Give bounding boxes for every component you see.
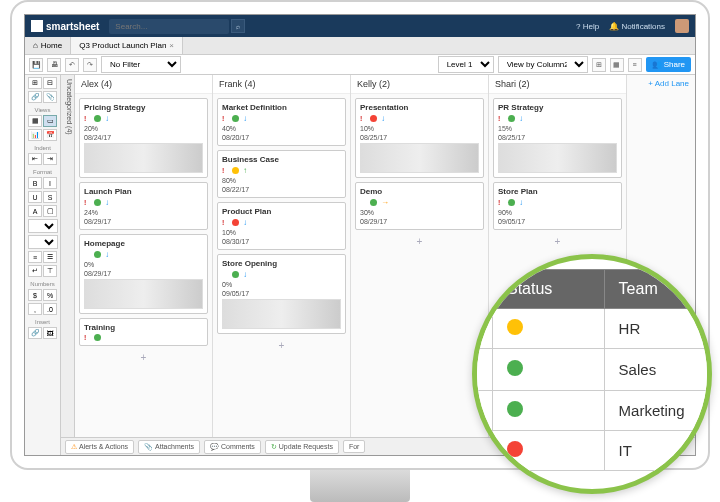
search-button[interactable]: ⌕ (231, 19, 245, 33)
priority-icon: ! (222, 115, 228, 122)
card-percent: 90% (498, 209, 617, 216)
align-left-button[interactable]: ≡ (28, 251, 42, 263)
grid-view-button[interactable]: ▦ (610, 58, 624, 72)
fill-color-button[interactable]: ▢ (43, 205, 57, 217)
attach-button[interactable]: 📎 (43, 91, 57, 103)
print-button[interactable]: 🖶 (47, 58, 61, 72)
zoom-status-cell (493, 309, 605, 349)
calendar-view-icon[interactable]: 📅 (43, 129, 57, 141)
lane-header[interactable]: Kelly (2) (351, 75, 488, 94)
size-select[interactable]: 8 (28, 235, 58, 249)
trend-arrow-icon: ↓ (105, 250, 109, 259)
trend-arrow-icon: ↓ (519, 114, 523, 123)
save-button[interactable]: 💾 (29, 58, 43, 72)
lane-header[interactable]: Alex (4) (75, 75, 212, 94)
card[interactable]: Business Case!↑80%08/22/17 (217, 150, 346, 198)
insert-label: Insert (27, 319, 58, 325)
filter-select[interactable]: No Filter (101, 56, 181, 73)
card-status-row: !↓ (498, 198, 617, 207)
insert-link-button[interactable]: 🔗 (28, 327, 42, 339)
card[interactable]: Pricing Strategy!↓20%08/24/17 (79, 98, 208, 178)
tab-home[interactable]: ⌂Home (25, 37, 71, 54)
card[interactable]: Store Opening↓0%09/05/17 (217, 254, 346, 334)
redo-button[interactable]: ↷ (83, 58, 97, 72)
attachments-button[interactable]: 📎Attachments (138, 440, 200, 454)
trend-arrow-icon: ↓ (519, 198, 523, 207)
card-settings-button[interactable]: ⊞ (592, 58, 606, 72)
insert-image-button[interactable]: 🖼 (43, 327, 57, 339)
level-select[interactable]: Level 1 (438, 56, 494, 73)
card[interactable]: Homepage↓0%08/29/17 (79, 234, 208, 314)
alerts-button[interactable]: ⚠Alerts & Actions (65, 440, 134, 454)
valign-button[interactable]: ⊤ (43, 265, 57, 277)
underline-button[interactable]: U (28, 191, 42, 203)
add-card-button[interactable]: + (355, 234, 484, 249)
uncategorized-lane[interactable]: Uncategorized (4) (61, 75, 75, 455)
help-icon: ? (576, 22, 580, 31)
add-card-button[interactable]: + (217, 338, 346, 353)
status-dot-icon (232, 167, 239, 174)
trend-arrow-icon: → (381, 198, 389, 207)
card-percent: 10% (360, 125, 479, 132)
brand-logo[interactable]: smartsheet (31, 20, 99, 32)
wrap-button[interactable]: ↵ (28, 265, 42, 277)
viewby-select[interactable]: View by Column2 (498, 56, 588, 73)
user-avatar[interactable] (675, 19, 689, 33)
card-view-icon[interactable]: ▭ (43, 115, 57, 127)
card-image (84, 279, 203, 309)
card[interactable]: Market Definition!↓40%08/20/17 (217, 98, 346, 146)
decimal-button[interactable]: .0 (43, 303, 57, 315)
outdent-button[interactable]: ⇤ (28, 153, 42, 165)
card[interactable]: Launch Plan!↓24%08/29/17 (79, 182, 208, 230)
percent-button[interactable]: % (43, 289, 57, 301)
gantt-view-icon[interactable]: 📊 (28, 129, 42, 141)
indent-button[interactable]: ⇥ (43, 153, 57, 165)
card[interactable]: PR Strategy!↓15%08/25/17 (493, 98, 622, 178)
link-button[interactable]: 🔗 (28, 91, 42, 103)
share-button[interactable]: 👥Share (646, 57, 691, 72)
forms-button[interactable]: For (343, 440, 366, 453)
people-icon: 👥 (652, 60, 662, 69)
lane-header[interactable]: Frank (4) (213, 75, 350, 94)
collapse-button[interactable]: ⊟ (43, 77, 57, 89)
add-card-button[interactable]: + (493, 234, 622, 249)
status-dot-icon (508, 199, 515, 206)
comma-button[interactable]: , (28, 303, 42, 315)
comments-button[interactable]: 💬Comments (204, 440, 261, 454)
italic-button[interactable]: I (43, 177, 57, 189)
top-navbar: smartsheet ⌕ ? Help 🔔 Notifications (25, 15, 695, 37)
card-image (360, 143, 479, 173)
undo-button[interactable]: ↶ (65, 58, 79, 72)
status-dot-icon (507, 441, 523, 457)
card[interactable]: Store Plan!↓90%09/05/17 (493, 182, 622, 230)
align-center-button[interactable]: ☰ (43, 251, 57, 263)
updates-button[interactable]: ↻Update Requests (265, 440, 339, 454)
card[interactable]: Training! (79, 318, 208, 346)
notifications-link[interactable]: 🔔 Notifications (609, 22, 665, 31)
font-select[interactable]: Arial (28, 219, 58, 233)
lane-header[interactable]: Shari (2) (489, 75, 626, 94)
card[interactable]: Product Plan!↓10%08/30/17 (217, 202, 346, 250)
currency-button[interactable]: $ (28, 289, 42, 301)
card-date: 08/29/17 (360, 218, 479, 225)
card[interactable]: Demo→30%08/29/17 (355, 182, 484, 230)
paperclip-icon: 📎 (144, 443, 153, 451)
search-input[interactable] (109, 19, 229, 34)
bell-icon: 🔔 (609, 22, 619, 31)
bold-button[interactable]: B (28, 177, 42, 189)
grid-view-icon[interactable]: ▦ (28, 115, 42, 127)
close-tab-icon[interactable]: × (169, 41, 174, 50)
zoom-team-cell: Sales (604, 349, 712, 391)
expand-button[interactable]: ⊞ (28, 77, 42, 89)
add-card-button[interactable]: + (79, 350, 208, 365)
help-link[interactable]: ? Help (576, 22, 599, 31)
compact-view-button[interactable]: ≡ (628, 58, 642, 72)
priority-icon: ! (498, 199, 504, 206)
zoom-lens: Status Team HR!SalesMarketingIT (472, 254, 712, 494)
strike-button[interactable]: S (43, 191, 57, 203)
card-date: 09/05/17 (498, 218, 617, 225)
font-color-button[interactable]: A (28, 205, 42, 217)
trend-arrow-icon: ↓ (243, 270, 247, 279)
tab-sheet[interactable]: Q3 Product Launch Plan × (71, 37, 183, 54)
card[interactable]: Presentation!↓10%08/25/17 (355, 98, 484, 178)
